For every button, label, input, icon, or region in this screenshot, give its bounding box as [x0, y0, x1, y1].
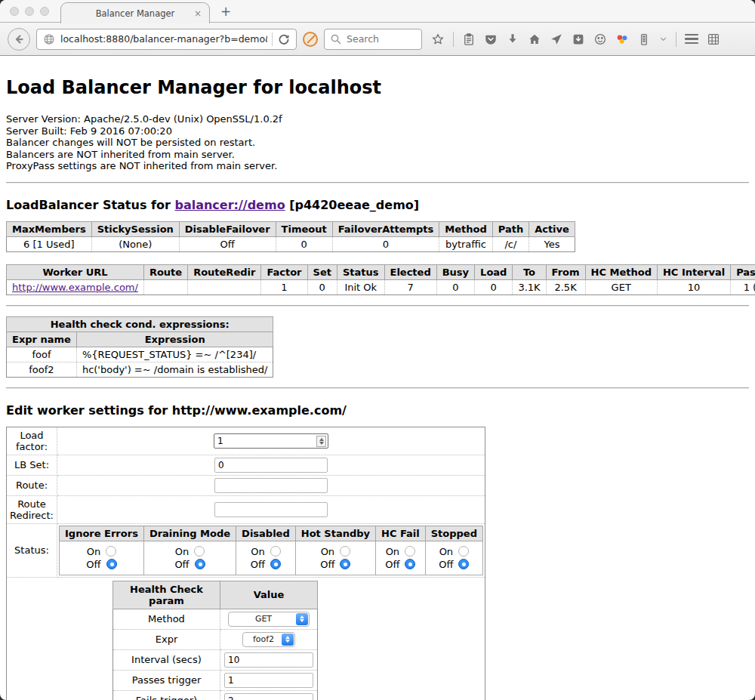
- new-tab-button[interactable]: +: [220, 4, 231, 19]
- col-failoverattempts: FailoverAttempts: [332, 221, 439, 236]
- route-redirect-input[interactable]: [214, 502, 328, 517]
- draining-mode-off-radio[interactable]: [195, 559, 205, 569]
- off-label: Off: [320, 559, 334, 570]
- cell-factor: 1: [261, 279, 307, 294]
- ignore-errors-off-radio[interactable]: [106, 559, 117, 569]
- cell-from: 2.5K: [546, 279, 585, 294]
- col-to: To: [513, 264, 546, 279]
- hc-row-method: Method GET: [113, 609, 318, 629]
- number-spinner-icon[interactable]: [316, 436, 326, 447]
- disabled-on-radio[interactable]: [270, 546, 281, 557]
- col-path: Path: [492, 221, 528, 236]
- on-label: On: [386, 546, 399, 557]
- extension-download-icon[interactable]: [572, 32, 585, 46]
- hot-standby-on-radio[interactable]: [340, 546, 350, 557]
- col-disablefailover: DisableFailover: [179, 221, 276, 236]
- reading-list-icon[interactable]: [462, 32, 476, 46]
- form-row-health-check: Health Check param Value Method GET: [7, 577, 485, 700]
- home-icon[interactable]: [528, 32, 541, 46]
- hot-standby-off-radio[interactable]: [340, 559, 350, 569]
- col-passes: Passes: [731, 264, 755, 279]
- pages-grid-icon[interactable]: [707, 32, 720, 46]
- route-input[interactable]: [214, 478, 328, 493]
- adblock-icon[interactable]: [303, 32, 318, 47]
- tab-balancer-manager[interactable]: Balancer Manager ×: [60, 2, 210, 23]
- stopped-on-radio[interactable]: [458, 546, 469, 557]
- table-header-row: MaxMembers StickySession DisableFailover…: [7, 221, 575, 236]
- ignore-errors-on-radio[interactable]: [106, 546, 116, 557]
- form-row-load-factor: Load factor:: [7, 427, 485, 455]
- cell-elected: 7: [384, 279, 436, 294]
- col-worker-url: Worker URL: [7, 264, 144, 279]
- hc-expr-select[interactable]: foof2: [242, 632, 295, 647]
- form-row-lb-set: LB Set:: [7, 455, 485, 475]
- worker-url-link[interactable]: http://www.example.com/: [12, 282, 138, 293]
- status-cell-ignore-errors: On Off: [60, 541, 144, 575]
- send-tab-icon[interactable]: [550, 32, 563, 46]
- hc-fail-on-radio[interactable]: [405, 546, 415, 557]
- pocket-icon[interactable]: [484, 32, 498, 46]
- hc-method-label: Method: [113, 609, 220, 629]
- tab-close-icon[interactable]: ×: [194, 8, 202, 19]
- col-timeout: Timeout: [276, 221, 332, 236]
- minimize-window-button[interactable]: [25, 7, 34, 16]
- balancer-status-heading: LoadBalancer Status for balancer://demo …: [6, 198, 749, 212]
- tab-title: Balancer Manager: [96, 8, 175, 19]
- search-input[interactable]: [347, 33, 414, 45]
- url-bar[interactable]: [36, 29, 297, 50]
- on-label: On: [251, 546, 264, 557]
- draining-mode-on-radio[interactable]: [194, 546, 205, 557]
- hc-method-selected-value: GET: [255, 614, 272, 624]
- hc-fails-label: Fails trigger): [113, 690, 220, 700]
- form-row-route-redirect: Route Redirect:: [7, 495, 485, 523]
- navigation-toolbar: [0, 23, 755, 56]
- balancer-demo-link[interactable]: balancer://demo: [174, 198, 285, 212]
- col-method: Method: [439, 221, 492, 236]
- col-routeredir: RouteRedir: [188, 264, 261, 279]
- col-expr-name: Expr name: [7, 331, 77, 347]
- hc-fails-input[interactable]: [224, 693, 313, 700]
- lb-set-label: LB Set:: [7, 455, 57, 475]
- globe-icon: [42, 32, 56, 46]
- col-load: Load: [475, 264, 513, 279]
- colored-dots-extension-icon[interactable]: [615, 32, 629, 46]
- reload-icon[interactable]: [277, 32, 291, 46]
- cell-hc-interval: 10: [657, 279, 730, 294]
- cell-set: 0: [307, 279, 337, 294]
- back-button[interactable]: [8, 28, 30, 51]
- urlbar-divider: [272, 32, 273, 46]
- col-ignore-errors: Ignore Errors: [60, 526, 144, 541]
- search-bar[interactable]: [324, 29, 422, 50]
- hc-method-select[interactable]: GET: [228, 612, 310, 627]
- feedback-smiley-icon[interactable]: [593, 32, 607, 46]
- hc-passes-input[interactable]: [224, 673, 313, 688]
- lb-set-input[interactable]: [214, 458, 328, 473]
- hc-fail-off-radio[interactable]: [405, 559, 415, 569]
- bookmark-star-icon[interactable]: [431, 32, 445, 46]
- status-label: Status:: [7, 523, 57, 577]
- off-label: Off: [385, 559, 399, 570]
- hc-interval-input[interactable]: [224, 652, 313, 668]
- col-hc-value: Value: [220, 581, 318, 609]
- hc-passes-label: Passes trigger: [113, 670, 220, 690]
- stopped-off-radio[interactable]: [458, 559, 469, 569]
- status-cell-disabled: On Off: [236, 541, 296, 575]
- persist-notice-line: Balancer changes will NOT be persisted o…: [6, 137, 749, 149]
- cell-timeout: 0: [276, 236, 332, 251]
- col-status: Status: [337, 264, 384, 279]
- close-window-button[interactable]: [10, 7, 19, 16]
- downloads-icon[interactable]: [506, 32, 519, 46]
- col-disabled: Disabled: [236, 526, 296, 541]
- cell-route: [143, 279, 187, 294]
- toolbar-icons: [431, 32, 720, 47]
- load-factor-input[interactable]: [214, 433, 328, 449]
- url-input[interactable]: [60, 33, 267, 45]
- container-battery-icon[interactable]: [637, 32, 651, 46]
- menu-hamburger-icon[interactable]: [685, 34, 698, 45]
- health-check-expressions-table: Health check cond. expressions: Expr nam…: [6, 316, 273, 378]
- zoom-window-button[interactable]: [40, 7, 49, 16]
- disabled-off-radio[interactable]: [270, 559, 281, 569]
- col-route: Route: [143, 264, 187, 279]
- col-stickysession: StickySession: [91, 221, 179, 236]
- overflow-chevron-icon[interactable]: [659, 35, 667, 43]
